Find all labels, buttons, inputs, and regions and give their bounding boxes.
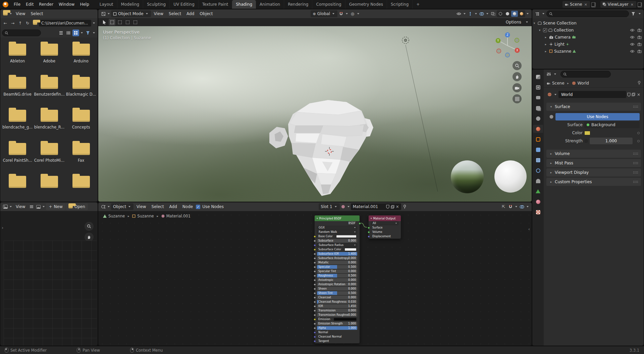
input-socket[interactable] [314,340,316,342]
input-socket[interactable] [368,231,370,233]
node-input-row[interactable]: Volume [369,230,401,234]
topbar-menu-item[interactable]: Help [77,1,92,7]
properties-tab[interactable] [533,166,543,174]
input-socket[interactable] [368,235,370,238]
xray-toggle-icon[interactable] [490,10,496,17]
viewport-menu-item[interactable]: Select [166,11,184,17]
properties-tab[interactable] [533,208,543,216]
shader-type-dropdown[interactable]: Object [111,203,133,210]
transform-orientation-dropdown[interactable]: ⊕ Global [311,10,337,17]
node-input-row[interactable]: Sheen Tint 0.500 [315,291,360,295]
node-input-row[interactable]: Random Walk [315,230,360,234]
node-input-row[interactable]: GGX [315,225,360,230]
properties-tab[interactable] [533,125,543,133]
open-image-button[interactable]: Open [66,203,88,210]
input-socket[interactable] [314,257,316,259]
workspace-tab[interactable]: Geometry Nodes [345,0,387,9]
overlays-toggle-icon[interactable] [478,10,485,17]
node-input-row[interactable]: Tangent [315,339,360,343]
folder-item[interactable]: blendcache_g... [2,107,33,140]
folder-item[interactable]: BeamNG.drive [2,74,33,107]
browse-world-icon[interactable] [546,92,552,98]
viewport-menu-item[interactable]: Object [197,11,215,17]
node-input-row[interactable]: Subsurface Anisotropy 0.000 [315,256,360,260]
input-socket[interactable] [314,240,316,242]
color-swatch[interactable] [344,248,357,251]
select-box-subtract-button[interactable] [124,19,131,26]
shader-editor-menu-item[interactable]: Select [149,204,167,210]
navigation-gizmo[interactable]: Z Y X [492,30,522,60]
node-input-row[interactable]: Subsurface Radius [315,243,360,247]
parent-directory-button[interactable]: ↑ [17,20,23,27]
folder-item[interactable]: blendcache_R... [33,107,65,140]
input-socket[interactable] [314,314,316,316]
topbar-menu-item[interactable]: Render [36,1,56,7]
panel-grip[interactable] [633,181,638,184]
forward-button[interactable]: → [9,20,16,27]
input-socket[interactable] [314,309,316,312]
folder-item[interactable]: Corel PaintSh... [2,140,33,173]
node-input-row[interactable]: Anisotropic Rotation 0.000 [315,282,360,287]
folder-item[interactable]: Adobe [33,41,65,74]
blender-logo-icon[interactable] [3,2,8,7]
editor-type-icon[interactable] [100,11,106,17]
outliner-object-row[interactable]: ▸ Camera [532,34,644,41]
input-socket[interactable] [314,261,316,264]
workspace-tab[interactable]: Modeling [117,0,144,9]
properties-tab[interactable] [533,135,543,143]
suzanne-mesh[interactable] [259,93,387,201]
world-name-field[interactable]: World [558,91,626,98]
outliner-scene-collection[interactable]: ▾ Scene Collection [532,19,644,27]
mode-dropdown[interactable]: Object Mode [111,10,151,17]
remove-view-layer-button[interactable]: × [630,2,634,7]
input-socket[interactable] [314,305,316,307]
file-search-input[interactable] [2,30,41,36]
node-input-row[interactable]: Subsurface 0.000 [315,239,360,243]
use-nodes-button[interactable]: Use Nodes [555,113,640,120]
properties-search-input[interactable] [560,71,611,78]
node-input-row[interactable]: Alpha 1.000 [315,326,360,330]
zoom-icon[interactable] [85,222,94,231]
animate-decorator-icon[interactable] [637,132,640,134]
collapsed-panel-header[interactable]: ▸Viewport Display [546,168,641,176]
node-input-row[interactable]: IOR 1.450 [315,304,360,308]
panel-grip[interactable] [633,105,638,108]
workspace-tab[interactable]: Compositing [312,0,345,9]
input-socket[interactable] [314,270,316,272]
animate-decorator-icon[interactable] [637,140,640,142]
material-name-field[interactable]: Material.001 × [351,203,401,210]
panel-grip[interactable] [633,171,638,174]
display-thumbnails-button[interactable] [72,30,79,36]
viewport-menu-item[interactable]: View [151,11,166,17]
node-input-row[interactable]: Roughness 0.500 [315,273,360,278]
workspace-tab[interactable]: Shading [232,0,256,9]
input-socket[interactable] [368,226,370,229]
unlink-world-icon[interactable]: × [636,92,641,97]
disable-render-camera-icon[interactable] [637,43,642,46]
disable-render-camera-icon[interactable] [637,50,642,53]
viewport-options-dropdown[interactable]: Options [503,19,524,25]
duplicate-world-icon[interactable] [632,93,635,96]
input-socket[interactable] [314,244,316,246]
bsdf-output-socket[interactable] [359,222,361,224]
strength-field[interactable]: 1.000 [590,138,633,144]
properties-tab[interactable] [533,198,543,206]
material-slot-dropdown[interactable]: Slot 1 [319,203,339,210]
node-input-row[interactable]: Clearcoat Normal [315,335,360,339]
node-input-row[interactable]: All [369,221,401,225]
workspace-tab[interactable]: Scripting [387,0,413,9]
shader-snap-magnet-icon[interactable] [507,203,514,210]
node-input-row[interactable]: Displacement [369,234,401,239]
unlink-scene-button[interactable]: × [584,2,588,7]
workspace-tab[interactable]: Sculpting [143,0,170,9]
node-input-row[interactable]: Surface [369,225,401,230]
filter-icon[interactable] [85,30,91,36]
surface-panel-header[interactable]: ▾Surface [546,103,641,111]
shader-editor-menu-item[interactable]: Node [180,204,196,210]
pin-icon[interactable] [637,81,641,85]
properties-tab[interactable] [533,156,543,164]
collapsed-panel-header[interactable]: ▸Custom Properties [546,178,641,186]
fake-user-shield-icon[interactable] [627,93,631,97]
outliner-object-row[interactable]: ▸ Suzanne [532,48,644,55]
select-box-extend-button[interactable] [116,19,123,26]
